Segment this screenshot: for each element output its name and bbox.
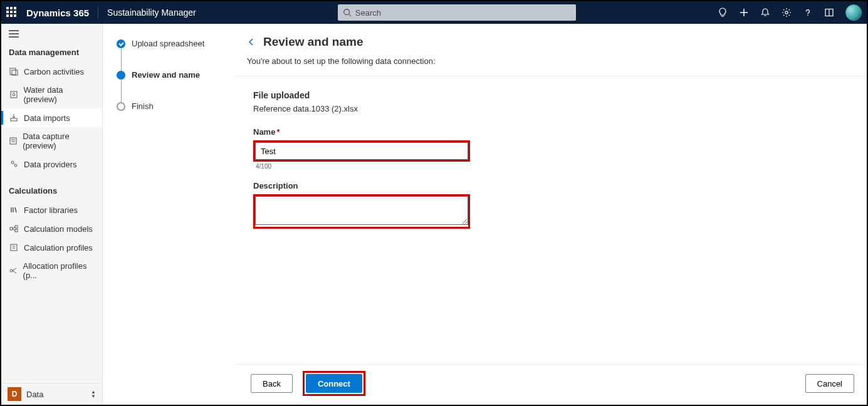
description-highlight (253, 194, 470, 229)
chevron-updown-icon[interactable]: ▲▼ (91, 390, 96, 398)
sidebar-item-data-imports[interactable]: Data imports (1, 108, 102, 127)
step-dot-pending-icon (117, 102, 125, 111)
book-icon[interactable] (824, 8, 834, 18)
description-input[interactable] (255, 196, 468, 225)
svg-rect-31 (11, 244, 17, 251)
add-icon[interactable] (739, 8, 749, 18)
profiles-icon (9, 242, 19, 252)
help-icon[interactable] (803, 8, 813, 18)
sidebar-item-calculation-profiles[interactable]: Calculation profiles (1, 238, 102, 257)
sidebar-item-label: Factor libraries (24, 206, 78, 215)
env-name: Data (26, 390, 86, 399)
sidebar-item-label: Carbon activities (24, 67, 84, 76)
step-label: Finish (132, 102, 154, 111)
sidebar-item-data-capture[interactable]: Data capture (preview) (1, 127, 102, 155)
sidebar-item-carbon-activities[interactable]: Carbon activities (1, 62, 102, 81)
bell-icon[interactable] (760, 8, 770, 18)
top-app-bar: Dynamics 365 Sustainability Manager Sear… (1, 1, 867, 24)
page-title: Review and name (263, 35, 363, 49)
search-placeholder: Search (355, 8, 381, 18)
back-chevron-icon[interactable] (247, 38, 256, 46)
sidebar-item-data-providers[interactable]: Data providers (1, 155, 102, 174)
name-input[interactable] (255, 142, 468, 160)
connect-highlight: Connect (303, 371, 365, 396)
svg-line-30 (13, 229, 15, 231)
gear-icon[interactable] (782, 8, 792, 18)
product-label: Sustainability Manager (107, 8, 196, 18)
svg-rect-27 (15, 226, 18, 228)
step-review-and-name[interactable]: Review and name (117, 70, 228, 102)
page-subtitle: You're about to set up the following dat… (247, 56, 854, 66)
env-badge: D (8, 387, 21, 401)
sidebar-item-label: Water data (preview) (23, 85, 96, 104)
sidebar-item-allocation-profiles[interactable]: Allocation profiles (p... (1, 257, 102, 284)
sidebar-item-label: Calculation profiles (24, 243, 93, 252)
step-dot-done-icon (117, 39, 125, 48)
library-icon (9, 205, 19, 215)
svg-rect-13 (10, 68, 16, 75)
left-sidebar: Data management Carbon activities Water … (1, 24, 103, 405)
sidebar-item-label: Data capture (preview) (23, 132, 96, 150)
main-content: Review and name You're about to set up t… (234, 24, 867, 405)
svg-rect-16 (11, 118, 17, 121)
import-icon (9, 113, 19, 123)
connect-button[interactable]: Connect (306, 374, 362, 393)
lightbulb-icon[interactable] (718, 8, 728, 18)
name-char-count: 4/100 (256, 163, 854, 170)
step-finish[interactable]: Finish (117, 102, 228, 133)
back-button[interactable]: Back (251, 374, 293, 393)
providers-icon (9, 159, 19, 169)
step-upload-spreadsheet[interactable]: Upload spreadsheet (117, 39, 228, 70)
svg-point-34 (10, 269, 13, 272)
app-launcher-icon[interactable] (6, 7, 18, 18)
step-label: Review and name (132, 70, 200, 80)
svg-line-36 (13, 271, 16, 273)
svg-point-7 (807, 15, 808, 16)
section-data-management: Data management (1, 44, 102, 62)
sidebar-item-water-data[interactable]: Water data (preview) (1, 81, 102, 108)
capture-icon (9, 136, 18, 146)
description-field-label: Description (253, 181, 854, 190)
search-input[interactable]: Search (338, 4, 576, 21)
svg-line-25 (15, 207, 16, 212)
models-icon (9, 224, 19, 234)
environment-switcher[interactable]: D Data ▲▼ (1, 383, 102, 405)
uploaded-filename: Reference data.1033 (2).xlsx (253, 104, 854, 113)
sidebar-item-label: Allocation profiles (p... (23, 261, 96, 280)
svg-rect-28 (15, 229, 18, 232)
section-calculations: Calculations (1, 182, 102, 200)
svg-line-1 (348, 14, 351, 17)
search-icon (343, 8, 352, 17)
wizard-steps: Upload spreadsheet Review and name Finis… (103, 24, 234, 405)
allocation-icon (9, 266, 18, 276)
svg-rect-17 (10, 138, 16, 144)
file-uploaded-label: File uploaded (253, 90, 854, 100)
brand-divider (98, 6, 98, 19)
svg-line-22 (14, 164, 15, 165)
sidebar-item-label: Calculation models (24, 224, 93, 234)
svg-point-0 (344, 9, 350, 15)
name-field-label: Name* (253, 127, 854, 137)
step-dot-current-icon (117, 71, 125, 80)
svg-point-6 (785, 11, 788, 14)
water-icon (9, 90, 18, 100)
sidebar-item-label: Data imports (24, 113, 70, 123)
step-label: Upload spreadsheet (132, 39, 204, 48)
cancel-button[interactable]: Cancel (805, 374, 854, 393)
sidebar-item-label: Data providers (24, 160, 77, 169)
hamburger-icon[interactable] (1, 24, 102, 44)
svg-line-29 (13, 227, 15, 229)
sidebar-item-calculation-models[interactable]: Calculation models (1, 219, 102, 238)
avatar[interactable] (845, 4, 862, 21)
svg-point-20 (11, 161, 14, 164)
sidebar-item-factor-libraries[interactable]: Factor libraries (1, 200, 102, 219)
carbon-icon (9, 66, 19, 76)
brand-label: Dynamics 365 (26, 8, 89, 18)
wizard-footer: Back Connect Cancel (234, 364, 867, 405)
name-highlight (253, 140, 470, 162)
svg-point-21 (14, 164, 17, 167)
svg-line-35 (13, 268, 16, 271)
svg-rect-26 (10, 227, 13, 230)
